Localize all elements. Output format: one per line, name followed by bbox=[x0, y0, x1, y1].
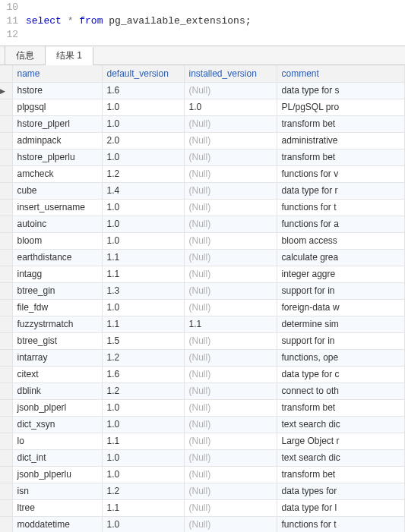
table-row[interactable]: btree_gist1.5(Null)support for in bbox=[0, 332, 405, 349]
col-header-installed-version[interactable]: installed_version bbox=[184, 65, 277, 82]
row-selector[interactable] bbox=[0, 282, 12, 299]
row-selector[interactable] bbox=[0, 499, 12, 516]
cell-installed-version[interactable]: (Null) bbox=[184, 449, 277, 466]
table-row[interactable]: jsonb_plperl1.0(Null)transform bet bbox=[0, 399, 405, 416]
cell-comment[interactable]: determine sim bbox=[277, 316, 405, 332]
cell-name[interactable]: file_fdw bbox=[12, 299, 102, 316]
row-selector[interactable] bbox=[0, 199, 12, 216]
cell-installed-version[interactable]: (Null) bbox=[184, 266, 277, 282]
table-row[interactable]: hstore_plperlu1.0(Null)transform bet bbox=[0, 149, 405, 165]
cell-comment[interactable]: data types for bbox=[277, 483, 405, 499]
cell-installed-version[interactable]: (Null) bbox=[184, 366, 277, 382]
cell-name[interactable]: jsonb_plperl bbox=[12, 399, 102, 416]
row-selector[interactable] bbox=[0, 466, 12, 483]
row-selector[interactable] bbox=[0, 299, 12, 316]
table-row[interactable]: ▶hstore1.6(Null)data type for s bbox=[0, 82, 405, 99]
cell-default-version[interactable]: 1.0 bbox=[102, 199, 184, 216]
cell-comment[interactable]: data type for r bbox=[277, 182, 405, 199]
cell-comment[interactable]: functions for t bbox=[277, 516, 405, 532]
tab-info[interactable]: 信息 bbox=[5, 46, 46, 65]
table-row[interactable]: lo1.1(Null)Large Object r bbox=[0, 433, 405, 449]
cell-name[interactable]: citext bbox=[12, 366, 102, 382]
cell-installed-version[interactable]: (Null) bbox=[184, 115, 277, 132]
cell-installed-version[interactable]: (Null) bbox=[184, 499, 277, 516]
cell-comment[interactable]: data type for l bbox=[277, 499, 405, 516]
table-row[interactable]: amcheck1.2(Null)functions for v bbox=[0, 165, 405, 182]
cell-comment[interactable]: functions for a bbox=[277, 216, 405, 232]
editor-line[interactable]: 10 bbox=[0, 0, 405, 14]
cell-installed-version[interactable]: (Null) bbox=[184, 82, 277, 99]
table-row[interactable]: bloom1.0(Null)bloom access bbox=[0, 232, 405, 249]
cell-installed-version[interactable]: (Null) bbox=[184, 332, 277, 349]
cell-name[interactable]: jsonb_plperlu bbox=[12, 466, 102, 483]
cell-comment[interactable]: functions for t bbox=[277, 199, 405, 216]
cell-default-version[interactable]: 1.0 bbox=[102, 99, 184, 115]
cell-name[interactable]: btree_gin bbox=[12, 282, 102, 299]
row-selector[interactable] bbox=[0, 115, 12, 132]
cell-comment[interactable]: calculate grea bbox=[277, 249, 405, 266]
table-row[interactable]: fuzzystrmatch1.11.1determine sim bbox=[0, 316, 405, 332]
cell-default-version[interactable]: 1.1 bbox=[102, 433, 184, 449]
cell-installed-version[interactable]: (Null) bbox=[184, 399, 277, 416]
table-row[interactable]: dblink1.2(Null)connect to oth bbox=[0, 382, 405, 399]
cell-installed-version[interactable]: (Null) bbox=[184, 199, 277, 216]
table-row[interactable]: dict_xsyn1.0(Null)text search dic bbox=[0, 416, 405, 433]
cell-name[interactable]: moddatetime bbox=[12, 516, 102, 532]
cell-installed-version[interactable]: (Null) bbox=[184, 516, 277, 532]
table-row[interactable]: file_fdw1.0(Null)foreign-data w bbox=[0, 299, 405, 316]
cell-installed-version[interactable]: (Null) bbox=[184, 165, 277, 182]
cell-default-version[interactable]: 1.1 bbox=[102, 499, 184, 516]
cell-default-version[interactable]: 1.2 bbox=[102, 165, 184, 182]
cell-default-version[interactable]: 1.0 bbox=[102, 115, 184, 132]
cell-installed-version[interactable]: (Null) bbox=[184, 149, 277, 165]
row-selector[interactable] bbox=[0, 165, 12, 182]
row-selector[interactable] bbox=[0, 132, 12, 149]
cell-name[interactable]: fuzzystrmatch bbox=[12, 316, 102, 332]
row-selector[interactable] bbox=[0, 449, 12, 466]
cell-comment[interactable]: data type for c bbox=[277, 366, 405, 382]
row-selector[interactable] bbox=[0, 182, 12, 199]
cell-comment[interactable]: connect to oth bbox=[277, 382, 405, 399]
row-selector[interactable] bbox=[0, 99, 12, 115]
row-selector[interactable] bbox=[0, 483, 12, 499]
tab-results[interactable]: 结果 1 bbox=[46, 47, 93, 65]
table-row[interactable]: autoinc1.0(Null)functions for a bbox=[0, 216, 405, 232]
cell-default-version[interactable]: 1.5 bbox=[102, 332, 184, 349]
cell-name[interactable]: amcheck bbox=[12, 165, 102, 182]
table-row[interactable]: cube1.4(Null)data type for r bbox=[0, 182, 405, 199]
col-header-name[interactable]: name bbox=[12, 65, 102, 82]
cell-name[interactable]: intarray bbox=[12, 349, 102, 366]
row-selector[interactable] bbox=[0, 232, 12, 249]
table-row[interactable]: isn1.2(Null)data types for bbox=[0, 483, 405, 499]
cell-name[interactable]: btree_gist bbox=[12, 332, 102, 349]
table-row[interactable]: intagg1.1(Null)integer aggre bbox=[0, 266, 405, 282]
row-selector[interactable] bbox=[0, 149, 12, 165]
table-row[interactable]: earthdistance1.1(Null)calculate grea bbox=[0, 249, 405, 266]
table-row[interactable]: hstore_plperl1.0(Null)transform bet bbox=[0, 115, 405, 132]
table-row[interactable]: insert_username1.0(Null)functions for t bbox=[0, 199, 405, 216]
table-row[interactable]: ltree1.1(Null)data type for l bbox=[0, 499, 405, 516]
row-selector[interactable] bbox=[0, 399, 12, 416]
cell-installed-version[interactable]: (Null) bbox=[184, 249, 277, 266]
cell-installed-version[interactable]: (Null) bbox=[184, 433, 277, 449]
row-selector[interactable] bbox=[0, 332, 12, 349]
cell-comment[interactable]: transform bet bbox=[277, 115, 405, 132]
cell-comment[interactable]: support for in bbox=[277, 282, 405, 299]
cell-default-version[interactable]: 1.2 bbox=[102, 349, 184, 366]
cell-comment[interactable]: transform bet bbox=[277, 149, 405, 165]
cell-installed-version[interactable]: 1.1 bbox=[184, 316, 277, 332]
row-selector[interactable] bbox=[0, 249, 12, 266]
cell-name[interactable]: dblink bbox=[12, 382, 102, 399]
cell-default-version[interactable]: 1.1 bbox=[102, 316, 184, 332]
cell-installed-version[interactable]: 1.0 bbox=[184, 99, 277, 115]
cell-installed-version[interactable]: (Null) bbox=[184, 483, 277, 499]
cell-name[interactable]: earthdistance bbox=[12, 249, 102, 266]
cell-default-version[interactable]: 1.6 bbox=[102, 366, 184, 382]
cell-installed-version[interactable]: (Null) bbox=[184, 466, 277, 483]
table-row[interactable]: adminpack2.0(Null)administrative bbox=[0, 132, 405, 149]
cell-default-version[interactable]: 1.1 bbox=[102, 249, 184, 266]
cell-comment[interactable]: functions, ope bbox=[277, 349, 405, 366]
col-header-default-version[interactable]: default_version bbox=[102, 65, 184, 82]
cell-comment[interactable]: data type for s bbox=[277, 82, 405, 99]
cell-default-version[interactable]: 2.0 bbox=[102, 132, 184, 149]
